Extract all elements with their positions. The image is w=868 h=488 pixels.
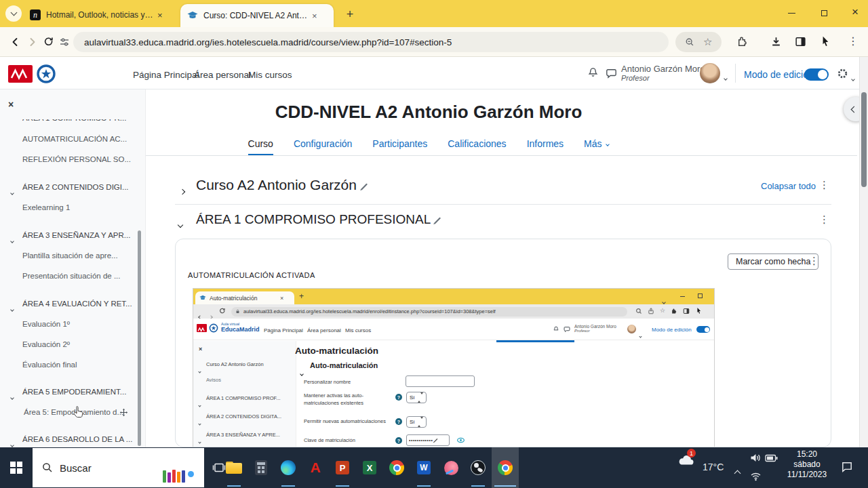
- extensions-icon[interactable]: [736, 36, 748, 50]
- chevron-down-icon[interactable]: [11, 233, 14, 245]
- section-general-title: Curso A2 Antonio Garzón: [196, 177, 357, 193]
- taskbar-app-excel[interactable]: X: [356, 447, 383, 488]
- window-maximize-button[interactable]: [812, 4, 835, 22]
- page-scrollbar-thumb[interactable]: [861, 92, 867, 187]
- sidebar-item-area4[interactable]: ÁREA 4 EVALUACIÓN Y RET...: [22, 300, 132, 308]
- nav-mis-cursos[interactable]: Mis cursos: [248, 70, 292, 80]
- tab-calificaciones[interactable]: Calificaciones: [448, 138, 506, 156]
- window-close-button[interactable]: ×: [844, 3, 867, 21]
- nav-pagina-principal[interactable]: Página Principal: [133, 70, 199, 80]
- wifi-icon[interactable]: [750, 472, 762, 481]
- zoom-icon[interactable]: [685, 37, 694, 47]
- browser-menu-icon[interactable]: ⋮: [848, 36, 859, 47]
- tab-mas[interactable]: Más: [584, 138, 609, 156]
- taskbar-app-drawing[interactable]: [437, 447, 465, 488]
- taskbar-app-file-explorer[interactable]: [220, 447, 248, 488]
- taskbar-app-edge[interactable]: [275, 447, 302, 488]
- new-tab-button[interactable]: +: [342, 6, 358, 22]
- taskbar-app-acrobat[interactable]: A: [302, 447, 329, 488]
- taskbar-search[interactable]: Buscar: [33, 448, 204, 487]
- sidebar-item-area2[interactable]: ÁREA 2 CONTENIDOS DIGI...: [22, 183, 129, 191]
- chevron-down-icon[interactable]: [11, 390, 14, 402]
- clock-date: 11/11/2023: [777, 470, 837, 480]
- taskbar-app-powerpoint[interactable]: P: [329, 447, 356, 488]
- messages-icon[interactable]: [606, 68, 617, 82]
- browser-tab-curso[interactable]: Curso: CDD-NIVEL A2 Antonio ×: [180, 4, 334, 27]
- section-collapse-chevron[interactable]: [178, 218, 182, 230]
- user-menu[interactable]: Antonio Garzón Moro Profesor: [621, 64, 705, 82]
- battery-icon[interactable]: [765, 454, 778, 462]
- download-icon[interactable]: [770, 36, 782, 50]
- tab-participantes[interactable]: Participantes: [372, 138, 427, 156]
- section-collapse-chevron[interactable]: [180, 184, 184, 197]
- user-name: Antonio Garzón Moro: [621, 64, 705, 74]
- course-nav-tabs: Curso Configuración Participantes Califi…: [0, 138, 857, 156]
- sidebar-scrollbar-thumb[interactable]: [138, 230, 141, 446]
- edit-pencil-icon: [433, 438, 438, 443]
- tab-informes[interactable]: Informes: [527, 138, 564, 156]
- start-button[interactable]: [0, 447, 33, 488]
- tab-curso[interactable]: Curso: [248, 138, 273, 156]
- taskbar-app-chrome[interactable]: [383, 447, 410, 488]
- sidebar-item-area5[interactable]: ÁREA 5 EMPODERAMIENT...: [22, 388, 126, 396]
- mark-done-button[interactable]: Marcar como hecha: [728, 253, 818, 270]
- section-menu-icon[interactable]: ⋮: [819, 215, 829, 225]
- sidebar-item-area6[interactable]: ÁREA 6 DESAROLLO DE LA ...: [22, 435, 132, 443]
- move-handle-icon[interactable]: [119, 407, 128, 420]
- taskbar-app-word[interactable]: W: [410, 447, 437, 488]
- taskbar-app-calculator[interactable]: [248, 447, 275, 488]
- activity-menu-icon[interactable]: ⋮: [809, 256, 819, 266]
- tab-close-icon[interactable]: ×: [312, 11, 317, 21]
- edit-pencil-icon[interactable]: [359, 182, 368, 194]
- calculator-icon: [255, 460, 267, 475]
- enrolment-key-input: ••••••••••••: [406, 434, 450, 446]
- browser-tab-hotmail[interactable]: n Hotmail, Outlook, noticias y ho ×: [24, 5, 178, 25]
- side-panel-icon[interactable]: [795, 36, 806, 50]
- sidebar-item-plantilla[interactable]: Plantilla situación de apre...: [22, 251, 118, 260]
- window-minimize-button[interactable]: [780, 4, 803, 22]
- avatar[interactable]: [700, 63, 720, 83]
- section-menu-icon[interactable]: ⋮: [819, 180, 829, 190]
- sidebar-item-evaluacion1[interactable]: Evaluación 1º: [22, 320, 70, 328]
- embedded-tab-title: Auto-matriculación: [210, 295, 280, 302]
- sidebar-item-exelearning[interactable]: Exelearning 1: [22, 203, 70, 211]
- clock-time: 15:20: [777, 449, 837, 460]
- nav-area-personal: Área personal: [307, 327, 341, 333]
- gear-chevron-down-icon[interactable]: [852, 71, 854, 83]
- activity-name[interactable]: AUTOMATRICULACIÓN ACTIVADA: [188, 271, 315, 279]
- action-center-icon[interactable]: [841, 461, 853, 473]
- edit-mode-toggle[interactable]: [804, 68, 829, 81]
- chevron-down-icon[interactable]: [11, 185, 14, 197]
- pointer-extension-icon[interactable]: [819, 35, 831, 50]
- bookmark-star-icon[interactable]: ☆: [703, 36, 712, 48]
- sidebar-item-evaluacion-final[interactable]: Évaluación final: [22, 361, 77, 369]
- sidebar-item-presentacion[interactable]: Presentación situación de ...: [22, 272, 120, 280]
- forward-button[interactable]: [27, 37, 38, 50]
- gear-icon[interactable]: [837, 68, 848, 82]
- taskbar-app-obs[interactable]: [465, 447, 492, 488]
- chevron-down-icon[interactable]: [11, 302, 14, 314]
- site-settings-icon[interactable]: [59, 37, 70, 50]
- user-chevron-down-icon[interactable]: [724, 70, 727, 83]
- avatar: [627, 325, 636, 333]
- tray-chevron-up-icon[interactable]: [735, 466, 740, 479]
- nav-area-personal[interactable]: Área personal: [194, 70, 251, 80]
- address-bar[interactable]: [73, 32, 669, 52]
- notifications-bell-icon[interactable]: [587, 67, 599, 81]
- edit-pencil-icon[interactable]: [433, 216, 441, 228]
- taskbar-app-chrome-active[interactable]: [492, 447, 519, 488]
- url-input[interactable]: [83, 37, 659, 48]
- sidebar-item-reflexion[interactable]: REFLEXIÓN PERSONAL SO...: [22, 155, 131, 163]
- collapse-all-link[interactable]: Colapsar todo: [761, 181, 816, 191]
- volume-icon[interactable]: [750, 453, 762, 463]
- tab-search-button[interactable]: [5, 5, 22, 22]
- back-button[interactable]: [9, 37, 20, 50]
- tab-close-icon[interactable]: ×: [157, 10, 163, 20]
- notifications-bell-icon: [553, 326, 559, 333]
- edit-mode-label: Modo de edición: [744, 69, 814, 80]
- taskbar-clock[interactable]: 15:20 sábado 11/11/2023: [777, 449, 837, 480]
- tab-configuracion[interactable]: Configuración: [294, 138, 352, 156]
- sidebar-item-area3[interactable]: ÁREA 3 ENSEÑANZA Y APR...: [22, 231, 130, 239]
- reload-button[interactable]: [43, 37, 54, 50]
- sidebar-item-evaluacion2[interactable]: Evaluación 2º: [22, 340, 70, 348]
